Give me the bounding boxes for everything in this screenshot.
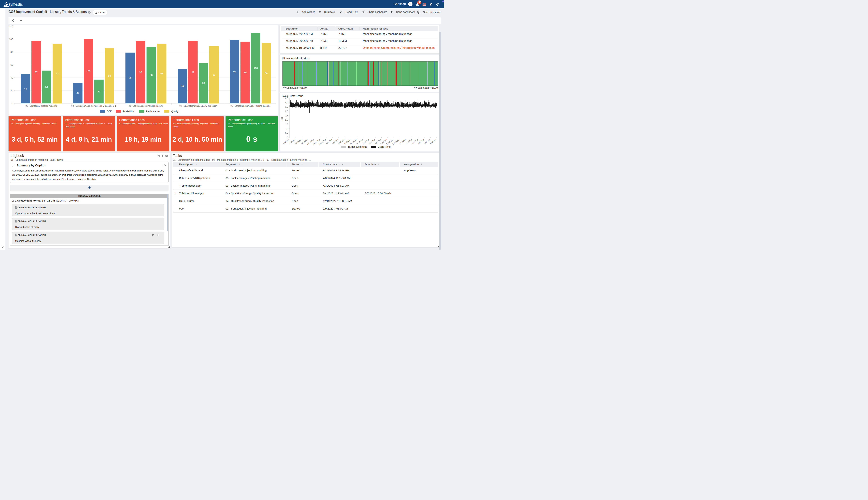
svg-text:97: 97 xyxy=(191,71,194,74)
svg-text:100: 100 xyxy=(9,38,13,41)
svg-text:3,0: 3,0 xyxy=(285,110,288,112)
svg-text:86: 86 xyxy=(108,75,111,77)
svg-text:6:00 PM: 6:00 PM xyxy=(356,139,363,145)
svg-text:99: 99 xyxy=(233,70,236,73)
svg-text:46: 46 xyxy=(24,87,27,90)
svg-text:60: 60 xyxy=(10,64,13,66)
svg-text:110: 110 xyxy=(254,67,258,69)
svg-text:63: 63 xyxy=(202,82,205,84)
svg-text:94: 94 xyxy=(265,72,268,75)
svg-text:96: 96 xyxy=(244,71,247,74)
svg-text:93: 93 xyxy=(161,72,163,75)
svg-text:04 - Qualitätsprüfung / Qualit: 04 - Qualitätsprüfung / Quality inspecti… xyxy=(179,105,217,107)
svg-text:6:00 AM: 6:00 AM xyxy=(430,139,437,145)
svg-text:1:00 PM: 1:00 PM xyxy=(325,139,332,145)
svg-text:37: 37 xyxy=(97,90,100,93)
svg-text:97: 97 xyxy=(139,71,142,74)
svg-text:32: 32 xyxy=(77,92,79,94)
svg-text:51: 51 xyxy=(45,86,48,89)
svg-text:01 - Spritzguss/ Injection mou: 01 - Spritzguss/ Injection moulding xyxy=(25,105,57,107)
svg-text:7:00 PM: 7:00 PM xyxy=(362,139,370,145)
svg-text:5:00 PM: 5:00 PM xyxy=(350,139,357,145)
svg-text:7:00 AM: 7:00 AM xyxy=(289,139,296,145)
svg-text:3:00 AM: 3:00 AM xyxy=(411,139,418,145)
svg-text:0,5: 0,5 xyxy=(285,132,288,134)
svg-text:5:00 AM: 5:00 AM xyxy=(423,139,431,145)
svg-text:Availability: Availability xyxy=(123,110,134,113)
svg-text:3,5: 3,5 xyxy=(285,106,288,108)
svg-text:1,5: 1,5 xyxy=(285,123,288,125)
svg-text:80: 80 xyxy=(10,51,13,53)
svg-text:3:00 PM: 3:00 PM xyxy=(338,139,345,145)
svg-text:0: 0 xyxy=(12,102,13,105)
svg-text:1:00 AM: 1:00 AM xyxy=(399,139,406,145)
svg-text:54: 54 xyxy=(181,84,184,87)
svg-text:8:00 PM: 8:00 PM xyxy=(368,139,375,145)
svg-text:120: 120 xyxy=(9,25,13,27)
svg-text:2,0: 2,0 xyxy=(285,119,288,121)
svg-text:2:00 AM: 2:00 AM xyxy=(405,139,412,145)
svg-text:2,5: 2,5 xyxy=(285,114,288,116)
svg-text:89: 89 xyxy=(213,73,215,76)
svg-text:100: 100 xyxy=(86,70,91,72)
svg-text:[sec]: [sec] xyxy=(281,116,283,121)
svg-text:Cycle Time Trend: Cycle Time Trend xyxy=(282,94,303,98)
svg-text:20: 20 xyxy=(10,89,13,92)
svg-text:4,5: 4,5 xyxy=(285,97,288,99)
svg-text:4:00 AM: 4:00 AM xyxy=(417,139,424,145)
svg-text:4:00 PM: 4:00 PM xyxy=(344,139,351,145)
svg-text:93: 93 xyxy=(56,72,59,75)
svg-text:02 - Montageanlage 2-1 / assem: 02 - Montageanlage 2-1 / assembly machin… xyxy=(71,105,116,107)
svg-text:05 - Verpackungsanlage / Packi: 05 - Verpackungsanlage / Packing machine xyxy=(230,105,270,107)
svg-text:88: 88 xyxy=(150,74,153,77)
svg-text:Quality: Quality xyxy=(171,110,178,113)
svg-text:6:00 AM: 6:00 AM xyxy=(283,139,290,145)
svg-text:8:00 AM: 8:00 AM xyxy=(295,139,302,145)
svg-text:0: 0 xyxy=(287,136,288,138)
svg-text:Cycle Time: Cycle Time xyxy=(378,145,390,148)
svg-text:1,0: 1,0 xyxy=(285,127,288,129)
svg-text:03 - Lackieranlage / Painting: 03 - Lackieranlage / Painting machine xyxy=(128,105,163,107)
svg-text:Target cycle time: Target cycle time xyxy=(348,145,367,148)
svg-text:79: 79 xyxy=(129,77,131,79)
svg-text:Performance: Performance xyxy=(146,110,160,113)
svg-text:4,0: 4,0 xyxy=(285,101,288,104)
svg-text:97: 97 xyxy=(35,71,37,74)
svg-text:OEE: OEE xyxy=(107,110,112,113)
svg-text:2:00 PM: 2:00 PM xyxy=(331,139,339,145)
svg-text:40: 40 xyxy=(10,77,13,79)
